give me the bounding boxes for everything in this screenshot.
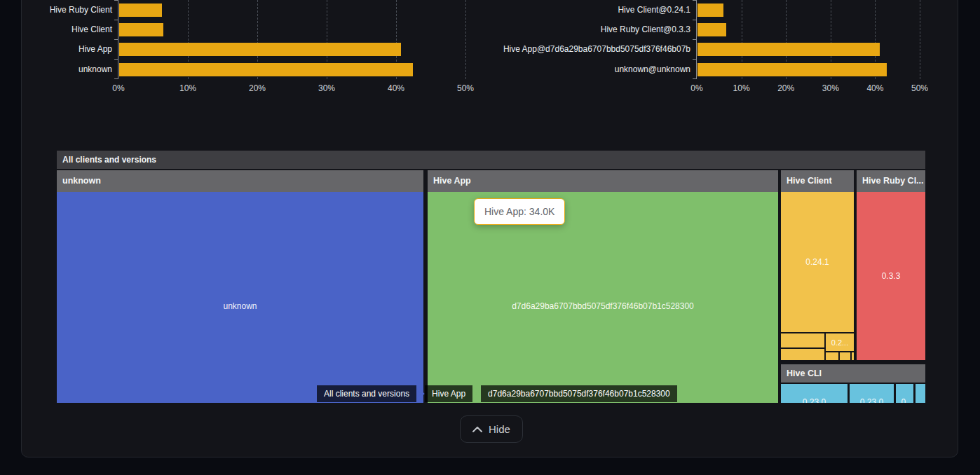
treemap-header-hive-ruby-client[interactable]: Hive Ruby Cl... xyxy=(857,170,925,192)
x-tick-label: 10% xyxy=(721,83,763,93)
breadcrumb-item-root[interactable]: All clients and versions xyxy=(317,385,416,402)
y-axis-tick xyxy=(693,78,696,79)
treemap-header-hive-client[interactable]: Hive Client xyxy=(781,170,854,192)
bar[interactable] xyxy=(697,4,723,17)
dashboard-page: 0%10%20%30%40%50%Hive Ruby ClientHive Cl… xyxy=(0,0,980,475)
bar[interactable] xyxy=(697,43,880,56)
x-tick-label: 20% xyxy=(765,83,807,93)
treemap-cell-hive-client-minor[interactable] xyxy=(781,349,824,360)
y-axis-tick xyxy=(693,39,696,40)
treemap-breadcrumb: All clients and versions Hive App d7d6a2… xyxy=(317,385,677,402)
treemap-cell-hive-ruby-0-3-3[interactable]: 0.3.3 xyxy=(857,192,925,360)
chevron-right-icon xyxy=(472,385,481,402)
treemap-cell-hive-cli-0-23-0[interactable]: 0.23.0 xyxy=(781,384,848,403)
chevron-up-icon xyxy=(472,427,482,432)
treemap-cell-hive-cli-0-23-0b[interactable]: 0.23.0 xyxy=(850,384,894,403)
x-tick-label: 50% xyxy=(899,83,941,93)
treemap-root-header[interactable]: All clients and versions xyxy=(57,151,925,169)
treemap-header-unknown[interactable]: unknown xyxy=(57,170,423,192)
treemap-cell-hive-client-minor[interactable] xyxy=(852,352,854,360)
treemap-cell-unknown[interactable]: unknown xyxy=(57,192,423,403)
x-tick-label: 40% xyxy=(854,83,896,93)
y-axis-tick xyxy=(693,20,696,20)
chevron-right-icon xyxy=(416,385,425,402)
y-axis-label: Hive Ruby Client@0.3.3 xyxy=(0,23,690,36)
treemap-cell-hive-cli-minor[interactable] xyxy=(916,384,925,403)
y-axis-line xyxy=(696,0,697,79)
hide-button-label: Hide xyxy=(489,423,510,435)
treemap-header-hive-cli[interactable]: Hive CLI xyxy=(781,364,925,383)
y-axis-tick xyxy=(693,59,696,60)
breadcrumb-item-version-hash[interactable]: d7d6a29ba6707bbd5075df376f46b07b1c528300 xyxy=(481,385,677,402)
treemap-header-hive-app[interactable]: Hive App xyxy=(428,170,778,192)
client-versions-share-bar-chart: 0%10%20%30%40%50%Hive Client@0.24.1Hive … xyxy=(0,0,980,98)
y-axis-label: Hive Client@0.24.1 xyxy=(0,4,690,17)
y-axis-tick xyxy=(693,0,696,1)
x-tick-label: 30% xyxy=(810,83,852,93)
gridline xyxy=(920,0,920,79)
clients-versions-treemap: All clients and versions unknown unknown… xyxy=(57,151,925,403)
hide-button[interactable]: Hide xyxy=(460,415,523,443)
treemap-cell-hive-client-minor[interactable] xyxy=(826,352,838,360)
treemap-cell-hive-client-minor[interactable] xyxy=(840,352,850,360)
treemap-cell-hive-client-0-2[interactable]: 0.2... xyxy=(826,333,854,351)
bar[interactable] xyxy=(697,63,887,76)
treemap-tooltip: Hive App: 34.0K xyxy=(474,198,565,225)
y-axis-label: Hive App@d7d6a29ba6707bbd5075df376f46b07… xyxy=(0,43,690,56)
bar[interactable] xyxy=(697,23,726,36)
x-tick-label: 0% xyxy=(676,83,718,93)
breadcrumb-item-hive-app[interactable]: Hive App xyxy=(425,385,472,402)
treemap-cell-hive-client-minor[interactable] xyxy=(781,333,824,347)
y-axis-label: unknown@unknown xyxy=(0,63,690,76)
treemap-cell-hive-cli-0[interactable]: 0. xyxy=(896,384,913,403)
treemap-cell-hive-client-0-24-1[interactable]: 0.24.1 xyxy=(781,192,854,332)
